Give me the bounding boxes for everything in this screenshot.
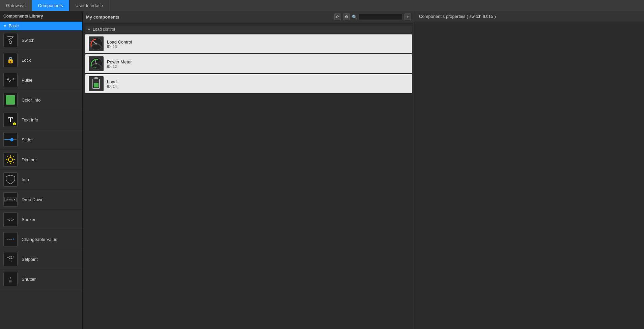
slider-label: Slider xyxy=(22,137,33,142)
tab-gateways[interactable]: Gateways xyxy=(0,0,32,11)
component-item-power-meter[interactable]: kW Power Meter ID: 12 xyxy=(85,54,412,73)
load-name: Load xyxy=(107,79,117,84)
category-arrow: ▼ xyxy=(3,24,7,28)
group-load-control[interactable]: ▼ Load control xyxy=(85,26,412,33)
load-control-info: Load Control ID: 13 xyxy=(107,39,132,49)
dimmer-label: Dimmer xyxy=(22,157,37,162)
sidebar-item-drop-down[interactable]: combo ▼ Drop Down xyxy=(0,190,82,210)
sidebar-item-pulse[interactable]: Pulse xyxy=(0,70,82,90)
power-meter-id: ID: 12 xyxy=(107,64,132,68)
lock-icon: 🔒 xyxy=(3,53,18,67)
middle-controls: ⟳ ⚙ 🔍 + xyxy=(334,13,411,20)
tab-components[interactable]: Components xyxy=(32,0,69,11)
shutter-label: Shutter xyxy=(22,277,36,282)
sidebar-item-info[interactable]: ... Info xyxy=(0,170,82,190)
top-nav: Gateways Components User Interface xyxy=(0,0,644,11)
sidebar-item-lock[interactable]: 🔒 Lock xyxy=(0,50,82,70)
setpoint-icon: +21° ↑↓ xyxy=(3,252,18,266)
sidebar-items: Switch 🔒 Lock Pulse xyxy=(0,30,82,329)
seeker-icon: < > xyxy=(3,212,18,226)
switch-label: Switch xyxy=(22,38,34,43)
sidebar: Components Library ▼ Basic Switch xyxy=(0,11,83,329)
middle-header: My components ⟳ ⚙ 🔍 + xyxy=(83,11,415,23)
load-control-icon xyxy=(89,36,104,51)
group-arrow: ▼ xyxy=(87,28,91,31)
svg-line-8 xyxy=(7,156,8,157)
refresh-button[interactable]: ⟳ xyxy=(334,13,341,20)
svg-point-2 xyxy=(10,138,13,141)
setpoint-label: Setpoint xyxy=(22,257,38,262)
component-item-load[interactable]: Load ID: 14 xyxy=(85,74,412,93)
power-meter-info: Power Meter ID: 12 xyxy=(107,59,132,68)
svg-line-10 xyxy=(13,156,14,157)
search-icon[interactable]: 🔍 xyxy=(352,15,357,20)
right-panel: Component's properties ( switch ID:15 ) xyxy=(415,11,644,329)
search-box: 🔍 xyxy=(352,14,402,20)
pulse-label: Pulse xyxy=(22,78,33,83)
text-info-label: Text Info xyxy=(22,117,38,122)
drop-down-icon: combo ▼ xyxy=(3,192,18,207)
component-item-load-control[interactable]: Load Control ID: 13 xyxy=(85,34,412,53)
svg-line-9 xyxy=(13,162,14,163)
shutter-icon: ↕ ▤ xyxy=(3,272,18,286)
right-panel-header: Component's properties ( switch ID:15 ) xyxy=(415,11,644,22)
power-meter-name: Power Meter xyxy=(107,59,132,64)
search-input[interactable] xyxy=(359,14,402,20)
settings-button[interactable]: ⚙ xyxy=(343,13,350,20)
middle-title: My components xyxy=(86,15,119,20)
svg-point-18 xyxy=(95,63,97,64)
sidebar-item-switch[interactable]: Switch xyxy=(0,30,82,50)
svg-line-11 xyxy=(7,162,8,163)
svg-text:kW: kW xyxy=(93,67,96,69)
color-info-label: Color Info xyxy=(22,98,40,103)
power-meter-icon: kW xyxy=(89,56,104,71)
text-info-icon: T i xyxy=(3,113,18,127)
seeker-label: Seeker xyxy=(22,217,35,222)
sidebar-item-changeable-value[interactable]: −−− + Changeable Value xyxy=(0,229,82,249)
category-basic[interactable]: ▼ Basic xyxy=(0,22,82,30)
add-button[interactable]: + xyxy=(404,13,411,20)
pulse-icon xyxy=(3,73,18,87)
switch-icon xyxy=(3,33,18,47)
info-label: Info xyxy=(22,177,29,182)
sidebar-item-color-info[interactable]: Color Info xyxy=(0,90,82,110)
group-label: Load control xyxy=(93,27,115,32)
svg-point-15 xyxy=(95,43,97,45)
changeable-value-label: Changeable Value xyxy=(22,237,57,242)
sidebar-item-seeker[interactable]: < > Seeker xyxy=(0,210,82,229)
svg-text:...: ... xyxy=(9,177,12,182)
sidebar-item-dimmer[interactable]: Dimmer xyxy=(0,150,82,170)
svg-point-3 xyxy=(8,158,12,162)
color-info-icon xyxy=(3,93,18,107)
load-control-name: Load Control xyxy=(107,39,132,45)
middle-panel: My components ⟳ ⚙ 🔍 + ▼ Load control xyxy=(83,11,415,329)
info-icon: ... xyxy=(3,172,18,187)
sidebar-item-setpoint[interactable]: +21° ↑↓ Setpoint xyxy=(0,249,82,269)
load-control-id: ID: 13 xyxy=(107,45,132,49)
sidebar-header: Components Library xyxy=(0,11,82,22)
main-layout: Components Library ▼ Basic Switch xyxy=(0,11,644,329)
sidebar-item-slider[interactable]: Slider xyxy=(0,130,82,150)
load-id: ID: 14 xyxy=(107,84,117,88)
load-info: Load ID: 14 xyxy=(107,79,117,88)
slider-icon xyxy=(3,133,18,147)
load-icon xyxy=(89,76,104,91)
component-list: ▼ Load control Load Control ID: 13 xyxy=(83,23,415,329)
drop-down-label: Drop Down xyxy=(22,197,44,202)
tab-user-interface[interactable]: User Interface xyxy=(69,0,110,11)
category-label: Basic xyxy=(9,24,19,28)
sidebar-item-text-info[interactable]: T i Text Info xyxy=(0,110,82,130)
dimmer-icon xyxy=(3,153,18,167)
lock-label: Lock xyxy=(22,58,31,63)
sidebar-item-shutter[interactable]: ↕ ▤ Shutter xyxy=(0,269,82,289)
changeable-value-icon: −−− + xyxy=(3,232,18,246)
